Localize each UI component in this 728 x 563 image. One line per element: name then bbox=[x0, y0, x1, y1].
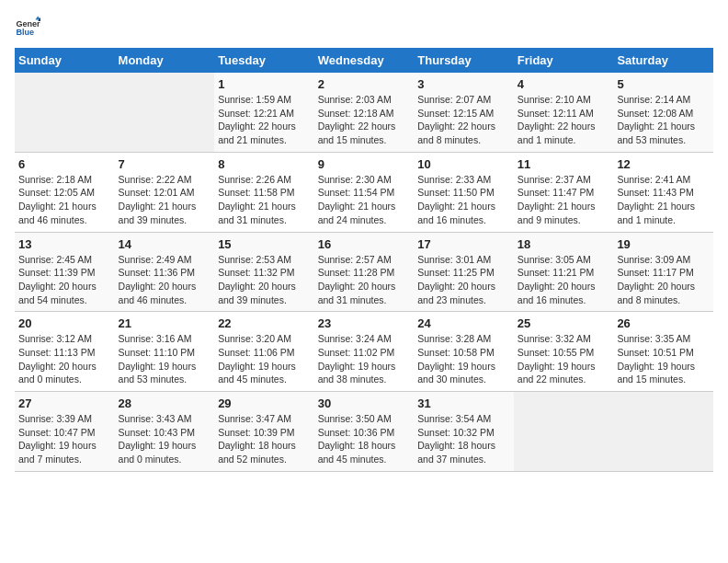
weekday-header-thursday: Thursday bbox=[414, 48, 514, 73]
day-detail: Sunrise: 3:01 AM Sunset: 11:25 PM Daylig… bbox=[417, 253, 510, 307]
svg-text:Blue: Blue bbox=[16, 28, 34, 37]
calendar-cell: 22Sunrise: 3:20 AM Sunset: 11:06 PM Dayl… bbox=[214, 312, 314, 392]
calendar-cell: 4Sunrise: 2:10 AM Sunset: 12:11 AM Dayli… bbox=[514, 73, 614, 152]
day-detail: Sunrise: 2:22 AM Sunset: 12:01 AM Daylig… bbox=[119, 173, 211, 227]
day-detail: Sunrise: 2:37 AM Sunset: 11:47 PM Daylig… bbox=[518, 173, 610, 227]
calendar-cell bbox=[15, 73, 115, 152]
day-number: 23 bbox=[318, 316, 411, 330]
day-detail: Sunrise: 2:33 AM Sunset: 11:50 PM Daylig… bbox=[417, 173, 510, 227]
day-number: 9 bbox=[318, 157, 411, 171]
day-detail: Sunrise: 3:05 AM Sunset: 11:21 PM Daylig… bbox=[518, 253, 610, 307]
day-detail: Sunrise: 3:43 AM Sunset: 10:43 PM Daylig… bbox=[119, 412, 211, 466]
calendar-cell: 31Sunrise: 3:54 AM Sunset: 10:32 PM Dayl… bbox=[414, 392, 514, 472]
day-detail: Sunrise: 3:16 AM Sunset: 11:10 PM Daylig… bbox=[119, 332, 211, 386]
day-detail: Sunrise: 3:35 AM Sunset: 10:51 PM Daylig… bbox=[617, 332, 710, 386]
day-number: 3 bbox=[417, 77, 510, 91]
day-number: 29 bbox=[218, 396, 311, 410]
day-number: 1 bbox=[218, 77, 311, 91]
logo-icon: General Blue bbox=[15, 15, 40, 40]
day-number: 18 bbox=[518, 237, 610, 251]
calendar-cell: 6Sunrise: 2:18 AM Sunset: 12:05 AM Dayli… bbox=[15, 152, 115, 232]
day-number: 6 bbox=[18, 157, 111, 171]
calendar-cell: 7Sunrise: 2:22 AM Sunset: 12:01 AM Dayli… bbox=[115, 152, 215, 232]
calendar-cell: 24Sunrise: 3:28 AM Sunset: 10:58 PM Dayl… bbox=[414, 312, 514, 392]
calendar-cell: 28Sunrise: 3:43 AM Sunset: 10:43 PM Dayl… bbox=[115, 392, 215, 472]
calendar-cell: 18Sunrise: 3:05 AM Sunset: 11:21 PM Dayl… bbox=[514, 232, 614, 312]
day-detail: Sunrise: 2:07 AM Sunset: 12:15 AM Daylig… bbox=[417, 93, 510, 147]
day-detail: Sunrise: 2:18 AM Sunset: 12:05 AM Daylig… bbox=[18, 173, 111, 227]
weekday-header-monday: Monday bbox=[115, 48, 215, 73]
logo: General Blue bbox=[15, 15, 40, 40]
calendar-cell: 23Sunrise: 3:24 AM Sunset: 11:02 PM Dayl… bbox=[314, 312, 415, 392]
calendar-cell bbox=[613, 392, 713, 472]
calendar-cell: 16Sunrise: 2:57 AM Sunset: 11:28 PM Dayl… bbox=[314, 232, 415, 312]
day-number: 8 bbox=[218, 157, 311, 171]
day-number: 16 bbox=[318, 237, 411, 251]
svg-text:General: General bbox=[16, 19, 40, 29]
calendar-cell: 13Sunrise: 2:45 AM Sunset: 11:39 PM Dayl… bbox=[15, 232, 115, 312]
day-detail: Sunrise: 2:26 AM Sunset: 11:58 PM Daylig… bbox=[218, 173, 311, 227]
day-number: 14 bbox=[119, 237, 211, 251]
day-number: 22 bbox=[218, 316, 311, 330]
day-number: 5 bbox=[617, 77, 710, 91]
calendar-cell: 12Sunrise: 2:41 AM Sunset: 11:43 PM Dayl… bbox=[613, 152, 713, 232]
calendar-cell: 29Sunrise: 3:47 AM Sunset: 10:39 PM Dayl… bbox=[214, 392, 314, 472]
page-header: General Blue bbox=[15, 15, 713, 40]
day-number: 28 bbox=[119, 396, 211, 410]
day-detail: Sunrise: 2:53 AM Sunset: 11:32 PM Daylig… bbox=[218, 253, 311, 307]
day-detail: Sunrise: 2:10 AM Sunset: 12:11 AM Daylig… bbox=[518, 93, 610, 147]
calendar-cell bbox=[514, 392, 614, 472]
day-number: 15 bbox=[218, 237, 311, 251]
calendar-cell: 5Sunrise: 2:14 AM Sunset: 12:08 AM Dayli… bbox=[613, 73, 713, 152]
day-number: 27 bbox=[18, 396, 111, 410]
day-number: 17 bbox=[417, 237, 510, 251]
day-number: 2 bbox=[318, 77, 411, 91]
calendar-cell: 14Sunrise: 2:49 AM Sunset: 11:36 PM Dayl… bbox=[115, 232, 215, 312]
day-detail: Sunrise: 3:39 AM Sunset: 10:47 PM Daylig… bbox=[18, 412, 111, 466]
weekday-header-friday: Friday bbox=[514, 48, 614, 73]
day-detail: Sunrise: 2:41 AM Sunset: 11:43 PM Daylig… bbox=[617, 173, 710, 227]
week-row-1: 1Sunrise: 1:59 AM Sunset: 12:21 AM Dayli… bbox=[15, 73, 713, 152]
calendar-cell: 3Sunrise: 2:07 AM Sunset: 12:15 AM Dayli… bbox=[414, 73, 514, 152]
day-detail: Sunrise: 3:50 AM Sunset: 10:36 PM Daylig… bbox=[318, 412, 411, 466]
day-detail: Sunrise: 2:49 AM Sunset: 11:36 PM Daylig… bbox=[119, 253, 211, 307]
day-number: 10 bbox=[417, 157, 510, 171]
day-number: 25 bbox=[518, 316, 610, 330]
day-number: 26 bbox=[617, 316, 710, 330]
day-number: 31 bbox=[417, 396, 510, 410]
calendar-cell: 19Sunrise: 3:09 AM Sunset: 11:17 PM Dayl… bbox=[613, 232, 713, 312]
day-detail: Sunrise: 3:32 AM Sunset: 10:55 PM Daylig… bbox=[518, 332, 610, 386]
calendar-cell: 9Sunrise: 2:30 AM Sunset: 11:54 PM Dayli… bbox=[314, 152, 415, 232]
calendar-cell: 20Sunrise: 3:12 AM Sunset: 11:13 PM Dayl… bbox=[15, 312, 115, 392]
day-detail: Sunrise: 2:45 AM Sunset: 11:39 PM Daylig… bbox=[18, 253, 111, 307]
day-detail: Sunrise: 2:14 AM Sunset: 12:08 AM Daylig… bbox=[617, 93, 710, 147]
day-detail: Sunrise: 3:28 AM Sunset: 10:58 PM Daylig… bbox=[417, 332, 510, 386]
day-detail: Sunrise: 3:20 AM Sunset: 11:06 PM Daylig… bbox=[218, 332, 311, 386]
weekday-header-saturday: Saturday bbox=[613, 48, 713, 73]
calendar-cell: 2Sunrise: 2:03 AM Sunset: 12:18 AM Dayli… bbox=[314, 73, 415, 152]
calendar-cell: 21Sunrise: 3:16 AM Sunset: 11:10 PM Dayl… bbox=[115, 312, 215, 392]
calendar-cell: 15Sunrise: 2:53 AM Sunset: 11:32 PM Dayl… bbox=[214, 232, 314, 312]
calendar-cell: 8Sunrise: 2:26 AM Sunset: 11:58 PM Dayli… bbox=[214, 152, 314, 232]
day-number: 24 bbox=[417, 316, 510, 330]
week-row-2: 6Sunrise: 2:18 AM Sunset: 12:05 AM Dayli… bbox=[15, 152, 713, 232]
weekday-header-sunday: Sunday bbox=[15, 48, 115, 73]
calendar-cell: 27Sunrise: 3:39 AM Sunset: 10:47 PM Dayl… bbox=[15, 392, 115, 472]
weekday-header-wednesday: Wednesday bbox=[314, 48, 415, 73]
calendar-cell: 26Sunrise: 3:35 AM Sunset: 10:51 PM Dayl… bbox=[613, 312, 713, 392]
calendar-cell: 17Sunrise: 3:01 AM Sunset: 11:25 PM Dayl… bbox=[414, 232, 514, 312]
calendar-cell: 30Sunrise: 3:50 AM Sunset: 10:36 PM Dayl… bbox=[314, 392, 415, 472]
day-detail: Sunrise: 3:24 AM Sunset: 11:02 PM Daylig… bbox=[318, 332, 411, 386]
day-number: 11 bbox=[518, 157, 610, 171]
calendar-cell: 25Sunrise: 3:32 AM Sunset: 10:55 PM Dayl… bbox=[514, 312, 614, 392]
week-row-4: 20Sunrise: 3:12 AM Sunset: 11:13 PM Dayl… bbox=[15, 312, 713, 392]
day-detail: Sunrise: 2:57 AM Sunset: 11:28 PM Daylig… bbox=[318, 253, 411, 307]
weekday-header-tuesday: Tuesday bbox=[214, 48, 314, 73]
day-detail: Sunrise: 3:47 AM Sunset: 10:39 PM Daylig… bbox=[218, 412, 311, 466]
day-detail: Sunrise: 2:03 AM Sunset: 12:18 AM Daylig… bbox=[318, 93, 411, 147]
day-number: 21 bbox=[119, 316, 211, 330]
day-detail: Sunrise: 3:09 AM Sunset: 11:17 PM Daylig… bbox=[617, 253, 710, 307]
calendar-table: SundayMondayTuesdayWednesdayThursdayFrid… bbox=[15, 48, 713, 472]
day-detail: Sunrise: 3:12 AM Sunset: 11:13 PM Daylig… bbox=[18, 332, 111, 386]
weekday-header-row: SundayMondayTuesdayWednesdayThursdayFrid… bbox=[15, 48, 713, 73]
